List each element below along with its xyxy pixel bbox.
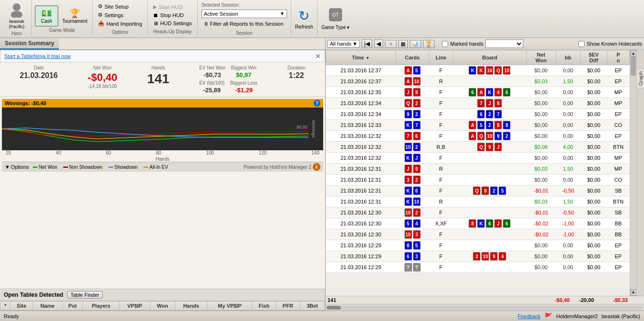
table-row[interactable]: 21.03.2016 12:32 KJ F $0,00 0,00 $0,00 M… bbox=[326, 153, 630, 164]
nav-first-button[interactable]: |◀ bbox=[362, 39, 372, 48]
stop-hud-button[interactable]: ⏹ Stop HUD bbox=[152, 12, 193, 19]
card: 3 bbox=[413, 252, 421, 261]
cell-line: X,XF bbox=[429, 218, 453, 229]
scroll-thumb[interactable] bbox=[631, 57, 636, 76]
date-col: Date 21.03.2016 bbox=[19, 65, 58, 80]
hero-button[interactable]: beastak (Pacific) bbox=[5, 1, 29, 30]
show-holecards-checkbox[interactable] bbox=[578, 41, 585, 47]
grid-view-button[interactable]: ▦ bbox=[398, 40, 408, 48]
hand-importing-button[interactable]: 📥 Hand Importing bbox=[96, 20, 144, 27]
cell-ev-diff: $0,00 bbox=[580, 207, 607, 218]
card: 9 bbox=[486, 143, 493, 151]
cell-net-won: $0,00 bbox=[527, 98, 556, 109]
cell-time: 21.03.2016 12:37 bbox=[326, 65, 396, 76]
stats-row-top: Date 21.03.2016 Net Won -$0,40 -14,18 bb… bbox=[5, 65, 320, 94]
table-row[interactable]: 21.03.2016 12:37 A5 F KK10Q10 $0,00 0,00… bbox=[326, 65, 630, 76]
cell-ev-diff: $0,00 bbox=[580, 218, 607, 229]
nav-prev-button[interactable]: ◀ bbox=[374, 39, 383, 48]
trial-close-button[interactable]: ✕ bbox=[315, 52, 321, 60]
table-row[interactable]: 21.03.2016 12:32 76 F AQ1092 $0,00 0,00 … bbox=[326, 131, 630, 142]
all-hands-select[interactable]: All hands ▼ bbox=[327, 40, 360, 48]
refresh-icon: ↻ bbox=[298, 8, 309, 24]
table-finder-button[interactable]: Table Finder bbox=[67, 291, 103, 299]
biggest-win-col: Biggest Win $0,97 bbox=[231, 65, 256, 78]
options-dropdown[interactable]: ▼ Options bbox=[5, 164, 29, 170]
cell-ev-diff: $0,00 bbox=[580, 120, 607, 131]
cell-pos: BTN bbox=[607, 142, 629, 153]
cell-net-won: $0,00 bbox=[527, 262, 556, 273]
cell-pos: EP bbox=[607, 65, 629, 76]
table-row[interactable]: 21.03.2016 12:31 K6 F Q925 -$0,01 -0,50 … bbox=[326, 185, 630, 196]
table-row[interactable]: 21.03.2016 12:34 92 F 627 $0,00 0,00 $0,… bbox=[326, 109, 630, 120]
legend-net-won-label: Net Won bbox=[39, 165, 58, 170]
open-tables-table: * Site Name Pot Players VP$IP Won Hands … bbox=[0, 301, 325, 311]
refresh-group[interactable]: ↻ Refresh bbox=[291, 1, 318, 37]
replay-button[interactable]: 🃏 bbox=[385, 40, 396, 48]
right-panel: All hands ▼ |◀ ◀ 🃏 ▦ 📊 🏆 Marked hands Sh… bbox=[326, 38, 644, 311]
table-row[interactable]: 21.03.2016 12:30 54 X,XF 8K6J6 -$0,02 -1… bbox=[326, 218, 630, 229]
trophy-button[interactable]: 🏆 bbox=[423, 40, 434, 48]
card: 10 bbox=[486, 66, 493, 75]
table-row[interactable]: 21.03.2016 12:33 K7 F A5288 $0,00 0,00 $… bbox=[326, 120, 630, 131]
table-row[interactable]: 21.03.2016 12:29 ?? F $0,00 0,00 $0,00 E… bbox=[326, 262, 630, 273]
horizontal-scrollbar[interactable] bbox=[326, 304, 644, 311]
session-select[interactable]: Active Session ▼ bbox=[202, 10, 287, 18]
chart-help-icon[interactable]: ? bbox=[314, 100, 320, 107]
table-row[interactable]: 21.03.2016 12:31 J9 R $0,03 1,50 $0,00 M… bbox=[326, 164, 630, 175]
net-won-sub: -14,18 bb/100 bbox=[87, 84, 117, 89]
left-scroll: Start a TableNinja II trial now ✕ Date 2… bbox=[0, 50, 325, 311]
cell-bb: 0,00 bbox=[556, 153, 580, 164]
cell-board: Q925 bbox=[453, 185, 526, 196]
chart-button[interactable]: 📊 bbox=[410, 40, 421, 48]
h-scroll-track[interactable] bbox=[327, 306, 643, 310]
vertical-scrollbar[interactable]: ▲ ▼ bbox=[630, 50, 636, 296]
start-hud-button[interactable]: ▶ Start HUD bbox=[152, 3, 193, 10]
chart-svg-area: $0,00 Winnings bbox=[2, 107, 323, 150]
table-row[interactable]: 21.03.2016 12:32 102 R,B Q9J $0,08 4,00 … bbox=[326, 142, 630, 153]
scroll-track[interactable] bbox=[630, 57, 636, 289]
feedback-link[interactable]: Feedback bbox=[518, 313, 540, 319]
marked-hands-checkbox[interactable] bbox=[442, 41, 448, 47]
game-mode-label: Game Mode bbox=[49, 28, 75, 33]
filter-button[interactable]: ⏸ Filter all Reports to this Session bbox=[202, 20, 287, 28]
hud-group: ▶ Start HUD ⏹ Stop HUD 🖥 HUD Settings He… bbox=[148, 1, 198, 37]
table-row[interactable]: 21.03.2016 12:29 85 F $0,00 0,00 $0,00 E… bbox=[326, 240, 630, 251]
table-row[interactable]: 21.03.2016 12:37 A10 R $0,03 1,50 $0,00 … bbox=[326, 76, 630, 87]
hh-scroll[interactable]: Time ▼ Cards Line Board NetWon bb $EVDif… bbox=[326, 50, 630, 296]
cell-time: 21.03.2016 12:30 bbox=[326, 218, 396, 229]
game-type-group[interactable]: GT Game Type ▾ bbox=[317, 1, 353, 37]
cell-cards: A10 bbox=[396, 76, 429, 87]
tournament-button[interactable]: 🏆 Tournament bbox=[60, 7, 89, 25]
scroll-up-button[interactable]: ▲ bbox=[630, 50, 637, 57]
table-row[interactable]: 21.03.2016 12:29 63 F 21094 $0,00 0,00 $… bbox=[326, 251, 630, 262]
table-row[interactable]: 21.03.2016 12:35 J9 F 6AK46 $0,00 0,00 $… bbox=[326, 87, 630, 98]
cell-pos: MP bbox=[607, 87, 629, 98]
cell-pos: CO bbox=[607, 120, 629, 131]
settings-button[interactable]: ⚙ Settings bbox=[96, 11, 144, 19]
table-row[interactable]: 21.03.2016 12:30 103 F -$0,02 -1,00 $0,0… bbox=[326, 229, 630, 240]
table-row[interactable]: 21.03.2016 12:30 102 F -$0,01 -0,50 $0,0… bbox=[326, 207, 630, 218]
table-row[interactable]: 21.03.2016 12:34 Q2 F 7J8 $0,00 0,00 $0,… bbox=[326, 98, 630, 109]
col-name: Name bbox=[33, 302, 63, 311]
marked-hands-select[interactable] bbox=[485, 39, 523, 48]
session-summary-tab[interactable]: Session Summary bbox=[0, 38, 59, 49]
table-row[interactable]: 21.03.2016 12:31 K10 R $0,03 1,50 $0,00 … bbox=[326, 196, 630, 207]
h-scroll-thumb[interactable] bbox=[327, 306, 341, 310]
table-row[interactable]: 21.03.2016 12:31 32 F $0,00 0,00 $0,00 C… bbox=[326, 175, 630, 185]
graph-tab[interactable]: Graph bbox=[636, 69, 644, 88]
col-my-vpip: My VP$IP bbox=[207, 302, 252, 311]
cash-button[interactable]: 💵 Cash bbox=[35, 5, 58, 27]
card: 8 bbox=[494, 99, 502, 107]
card: 2 bbox=[473, 252, 481, 261]
card: A bbox=[477, 88, 485, 97]
site-setup-button[interactable]: ⚙ Site Setup bbox=[96, 3, 144, 10]
cell-cards: 92 bbox=[396, 109, 429, 120]
scroll-down-button[interactable]: ▼ bbox=[630, 289, 637, 296]
col-star: * bbox=[0, 302, 10, 311]
cell-time: 21.03.2016 12:34 bbox=[326, 98, 396, 109]
cell-pos: SB bbox=[607, 185, 629, 196]
trial-link[interactable]: Start a TableNinja II trial now bbox=[4, 53, 71, 59]
hud-settings-button[interactable]: 🖥 HUD Settings bbox=[152, 20, 193, 27]
card: 5 bbox=[404, 219, 412, 228]
summary-ev-diff: -$0,33 bbox=[613, 297, 628, 303]
